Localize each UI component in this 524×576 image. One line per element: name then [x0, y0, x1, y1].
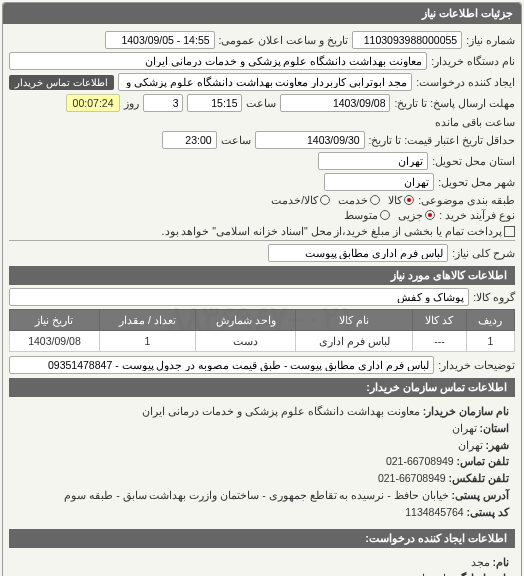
contact-address-label: آدرس پستی:: [452, 489, 509, 501]
summary-input[interactable]: [268, 244, 448, 262]
city-input[interactable]: [324, 173, 434, 191]
th-unit: واحد شمارش: [195, 310, 296, 331]
th-name: نام کالا: [296, 310, 413, 331]
divider: [9, 240, 515, 241]
contact-phone: 66708949-021: [386, 455, 454, 467]
announce-input[interactable]: [105, 31, 215, 49]
contact-city-label: شهر:: [486, 439, 510, 451]
radio-dot-icon: [425, 210, 435, 220]
creator-name: مجد: [471, 556, 490, 568]
radio-dot-icon: [370, 195, 380, 205]
countdown: 00:07:24: [66, 94, 121, 112]
pay-note-checkbox[interactable]: پرداخت تمام یا بخشی از مبلغ خرید،از محل …: [162, 225, 515, 237]
items-section-title: اطلاعات کالاهای مورد نیاز: [9, 266, 515, 285]
main-panel: جزئیات اطلاعات نیاز ۰۲۱–۸۸۳۶۹۶۷ شماره نی…: [2, 2, 522, 576]
days-remain-input[interactable]: [143, 94, 183, 112]
category-label: طبقه بندی موضوعی:: [418, 194, 515, 206]
category-radio-group: کالا خدمت کالا/خدمت: [271, 194, 414, 206]
contact-postal-label: کد پستی:: [467, 506, 509, 518]
creator-contact-title: اطلاعات ایجاد کننده درخواست:: [9, 529, 515, 548]
answer-deadline-label: مهلت ارسال پاسخ: تا تاریخ:: [394, 97, 515, 109]
buy-type-radio-group: جزیی متوسط: [344, 209, 435, 221]
group-input[interactable]: [9, 288, 469, 306]
th-row: ردیف: [466, 310, 514, 331]
creator-contact-info: نام: مجد نام خانوادگی: ابوترابی تلفن تما…: [9, 550, 515, 576]
creator-family-label: نام خانوادگی:: [449, 572, 509, 576]
panel-body: ۰۲۱–۸۸۳۶۹۶۷ شماره نیاز: تاریخ و ساعت اعل…: [3, 24, 521, 576]
cell-qty: 1: [99, 331, 195, 352]
th-qty: تعداد / مقدار: [99, 310, 195, 331]
creator-label: ایجاد کننده درخواست:: [416, 76, 515, 88]
price-deadline-label: حداقل تاریخ اعتبار قیمت: تا تاریخ:: [369, 134, 515, 146]
org-name-label: نام سازمان خریدار:: [423, 405, 509, 417]
summary-label: شرح کلی نیاز:: [452, 247, 515, 259]
city-label: شهر محل تحویل:: [438, 176, 515, 188]
contact-fax: 66708949-021: [378, 472, 446, 484]
items-table: ردیف کد کالا نام کالا واحد شمارش تعداد /…: [9, 309, 515, 352]
creator-input[interactable]: [118, 73, 413, 91]
creator-family: ابوترابی: [410, 572, 446, 576]
radio-kala-khadamat[interactable]: کالا/خدمت: [271, 194, 330, 206]
cell-name: لباس فرم اداری: [296, 331, 413, 352]
days-remain-label: روز: [124, 97, 139, 109]
price-time-input[interactable]: [162, 131, 217, 149]
cell-unit: دست: [195, 331, 296, 352]
req-no-label: شماره نیاز:: [466, 34, 515, 46]
group-label: گروه کالا:: [473, 291, 515, 303]
org-name: معاونت بهداشت دانشگاه علوم پزشکی و خدمات…: [142, 405, 419, 417]
th-date: تاریخ نیاز: [10, 310, 100, 331]
contact-fax-label: تلفن تلفکس:: [449, 472, 509, 484]
answer-time-input[interactable]: [187, 94, 242, 112]
buy-type-label: نوع فرآیند خرید :: [439, 209, 515, 221]
contact-address: خیابان حافظ - نرسیده به تقاطع جمهوری - س…: [64, 489, 448, 501]
buyer-notes-label: توضیحات خریدار:: [438, 359, 515, 371]
device-label: نام دستگاه خریدار:: [431, 55, 515, 67]
radio-khadamat[interactable]: خدمت: [338, 194, 380, 206]
creator-name-label: نام:: [493, 556, 510, 568]
checkbox-icon: [504, 226, 515, 237]
time-label-1: ساعت: [246, 97, 276, 109]
contact-section-title: اطلاعات تماس سازمان خریدار:: [9, 378, 515, 397]
device-input[interactable]: [9, 52, 427, 70]
price-date-input[interactable]: [255, 131, 365, 149]
contact-province-label: استان:: [480, 422, 510, 434]
remain-label: ساعت باقی مانده: [435, 116, 515, 128]
answer-date-input[interactable]: [280, 94, 390, 112]
radio-dot-icon: [404, 195, 414, 205]
contact-city: تهران: [458, 439, 483, 451]
cell-row: 1: [466, 331, 514, 352]
table-row[interactable]: 1 --- لباس فرم اداری دست 1 1403/09/08: [10, 331, 515, 352]
radio-kala[interactable]: کالا: [388, 194, 414, 206]
table-header-row: ردیف کد کالا نام کالا واحد شمارش تعداد /…: [10, 310, 515, 331]
cell-code: ---: [412, 331, 466, 352]
cell-date: 1403/09/08: [10, 331, 100, 352]
contact-phone-label: تلفن تماس:: [457, 455, 509, 467]
radio-motavaset[interactable]: متوسط: [344, 209, 390, 221]
th-code: کد کالا: [412, 310, 466, 331]
contact-postal: 1134845764: [405, 506, 463, 518]
buyer-notes-input[interactable]: [9, 356, 434, 374]
radio-dot-icon: [320, 195, 330, 205]
contact-info: نام سازمان خریدار: معاونت بهداشت دانشگاه…: [9, 399, 515, 525]
contact-province: تهران: [452, 422, 477, 434]
announce-label: تاریخ و ساعت اعلان عمومی:: [219, 34, 349, 46]
radio-dot-icon: [380, 210, 390, 220]
panel-title: جزئیات اطلاعات نیاز: [3, 3, 521, 24]
buyer-contact-link[interactable]: اطلاعات تماس خریدار: [9, 75, 114, 90]
province-label: استان محل تحویل:: [432, 155, 515, 167]
time-label-2: ساعت: [221, 134, 251, 146]
req-no-input[interactable]: [352, 31, 462, 49]
radio-jozi[interactable]: جزیی: [398, 209, 435, 221]
province-input[interactable]: [318, 152, 428, 170]
